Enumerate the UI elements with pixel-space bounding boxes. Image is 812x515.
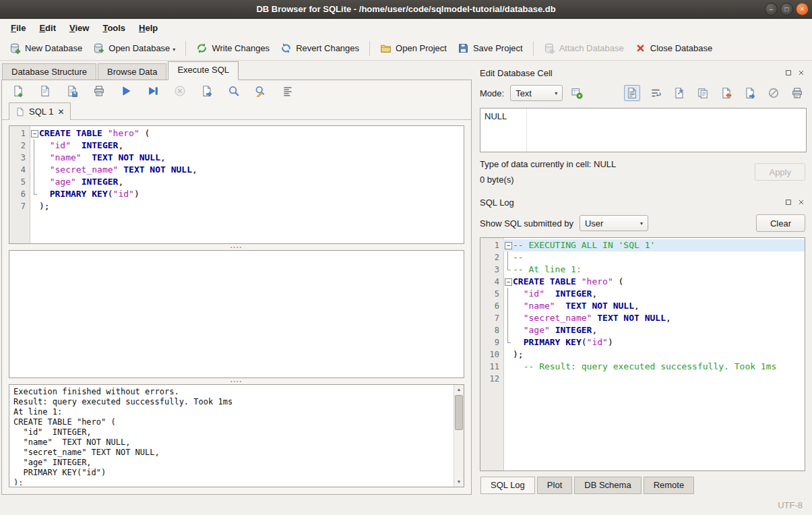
window-title: DB Browser for SQLite - /home/user/code/…	[0, 4, 812, 14]
execute-all-icon[interactable]	[118, 83, 134, 99]
results-grid[interactable]	[9, 250, 464, 378]
execution-output[interactable]: Execution finished without errors. Resul…	[9, 384, 464, 487]
execute-current-line-icon[interactable]	[145, 83, 161, 99]
save-sql-file-icon[interactable]	[64, 83, 80, 99]
open-project-button[interactable]: Open Project	[375, 39, 452, 57]
tab-sql-1[interactable]: SQL 1 ✕	[9, 102, 71, 120]
format-sql-icon[interactable]	[280, 83, 296, 99]
line-number: 10	[480, 349, 503, 361]
tab-sql-log[interactable]: SQL Log	[480, 477, 535, 494]
code-line: 6 "name" TEXT NOT NULL,	[480, 300, 805, 312]
scroll-up-icon[interactable]: ▲	[454, 385, 464, 394]
mode-select[interactable]: Text ▾	[510, 85, 563, 101]
tab-execute-sql[interactable]: Execute SQL	[168, 61, 239, 80]
attach-database-icon	[544, 42, 555, 54]
line-number: 1	[9, 127, 30, 140]
cell-info: Type of data currently in cell: NULL 0 b…	[480, 159, 805, 185]
copy-icon[interactable]	[695, 85, 711, 101]
stop-icon[interactable]	[172, 83, 188, 99]
main-tabs: Database StructureBrowse DataExecute SQL	[0, 61, 473, 80]
fold-guide	[503, 324, 513, 336]
maximize-icon[interactable]: □	[780, 3, 793, 16]
fold-marker-icon[interactable]	[503, 239, 513, 251]
menubar: FileEditViewToolsHelp	[0, 19, 812, 36]
code-line: 3 "name" TEXT NOT NULL,	[9, 152, 464, 164]
line-number: 2	[480, 251, 503, 264]
print-icon[interactable]	[789, 85, 805, 101]
auto-switch-mode-icon[interactable]	[569, 85, 585, 101]
code-line: 8 "age" INTEGER,	[480, 324, 805, 336]
sql-tab-label: SQL 1	[29, 107, 53, 117]
close-database-icon	[635, 42, 646, 54]
new-database-button[interactable]: New Database	[4, 39, 88, 57]
tab-db-schema[interactable]: DB Schema	[574, 477, 641, 494]
menu-help[interactable]: Help	[132, 20, 164, 36]
new-tab-icon[interactable]	[10, 83, 26, 99]
open-project-icon	[380, 42, 392, 54]
sql-log-header: SQL Log	[480, 194, 805, 210]
log-filter-select[interactable]: User ▾	[580, 215, 648, 231]
scroll-thumb[interactable]	[455, 395, 463, 430]
sql-editor[interactable]: 1CREATE TABLE "hero" (2 "id" INTEGER,3 "…	[9, 125, 464, 244]
editor-stack: 1CREATE TABLE "hero" (2 "id" INTEGER,3 "…	[2, 120, 471, 494]
code-text: CREATE TABLE "hero" (	[39, 127, 150, 140]
code-line: 2 "id" INTEGER,	[9, 140, 464, 152]
close-dock-icon[interactable]	[797, 69, 805, 77]
minimize-icon[interactable]: –	[765, 3, 778, 16]
undock-icon[interactable]	[784, 69, 792, 77]
fold-guide	[30, 164, 39, 176]
tab-plot[interactable]: Plot	[537, 477, 572, 494]
toolbar-button-label: Close Database	[650, 43, 713, 53]
code-line: 4CREATE TABLE "hero" (	[480, 276, 805, 288]
fold-guide	[30, 200, 39, 212]
sql-log-title: SQL Log	[480, 198, 514, 208]
code-line: 12	[480, 373, 805, 385]
menu-view[interactable]: View	[63, 20, 96, 36]
find-icon[interactable]	[226, 83, 242, 99]
open-external-icon[interactable]	[671, 85, 687, 101]
titlebar[interactable]: DB Browser for SQLite - /home/user/code/…	[0, 0, 812, 19]
window-controls: – □ ×	[765, 3, 809, 16]
scrollbar[interactable]: ▲ ▼	[454, 385, 464, 487]
replace-icon[interactable]	[253, 83, 269, 99]
splitter-handle[interactable]	[9, 244, 464, 250]
import-icon[interactable]	[718, 85, 735, 101]
execute-sql-panel: SQL 1 ✕ 1CREATE TABLE "hero" (2 "id" INT…	[1, 80, 472, 495]
fold-marker-icon[interactable]	[30, 127, 39, 140]
write-changes-button[interactable]: Write Changes	[191, 39, 275, 57]
open-sql-file-icon[interactable]	[37, 83, 53, 99]
set-null-icon[interactable]	[766, 85, 782, 101]
menu-edit[interactable]: Edit	[32, 20, 63, 36]
tab-browse-data[interactable]: Browse Data	[98, 63, 166, 80]
open-database-button[interactable]: Open Database▾	[88, 39, 181, 57]
export-results-icon[interactable]	[199, 83, 215, 99]
export-icon[interactable]	[742, 85, 758, 101]
clear-log-button[interactable]: Clear	[756, 214, 805, 232]
toolbar-button-label: Open Database	[108, 43, 170, 53]
log-filter-label: Show SQL submitted by	[480, 218, 573, 229]
line-number: 11	[480, 361, 503, 373]
word-wrap-icon[interactable]	[648, 85, 664, 101]
text-mode-icon[interactable]	[624, 85, 640, 101]
print-icon[interactable]	[91, 83, 107, 99]
apply-button[interactable]: Apply	[755, 163, 805, 181]
menu-file[interactable]: File	[4, 20, 32, 36]
close-window-icon[interactable]: ×	[796, 3, 809, 16]
fold-marker-icon[interactable]	[503, 276, 513, 288]
scroll-down-icon[interactable]: ▼	[454, 477, 464, 487]
tab-remote[interactable]: Remote	[644, 477, 695, 494]
revert-changes-button[interactable]: Revert Changes	[275, 39, 365, 57]
menu-tools[interactable]: Tools	[96, 20, 132, 36]
cell-editor[interactable]: NULL	[480, 108, 807, 152]
edit-cell-header: Edit Database Cell	[480, 65, 805, 81]
close-database-button[interactable]: Close Database	[629, 39, 718, 57]
chevron-down-icon[interactable]: ▾	[173, 47, 175, 54]
tab-database-structure[interactable]: Database Structure	[2, 63, 96, 80]
save-project-button[interactable]: Save Project	[452, 39, 528, 57]
attach-database-button[interactable]: Attach Database	[538, 39, 629, 57]
close-tab-icon[interactable]: ✕	[57, 108, 64, 116]
splitter-handle[interactable]	[9, 378, 464, 384]
close-dock-icon[interactable]	[797, 198, 805, 206]
undock-icon[interactable]	[784, 198, 792, 206]
sql-log-view[interactable]: 1-- EXECUTING ALL IN 'SQL 1'2--3-- At li…	[480, 237, 805, 471]
